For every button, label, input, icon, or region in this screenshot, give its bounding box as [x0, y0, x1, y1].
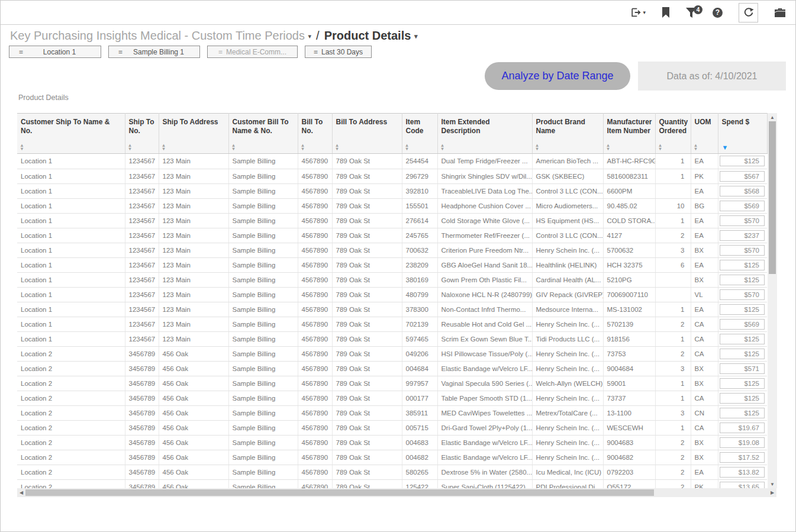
- cell-bill-to-address[interactable]: 789 Oak St: [332, 287, 402, 302]
- cell-spend[interactable]: $237: [718, 228, 767, 243]
- cell-customer-ship-to-name[interactable]: Location 2: [17, 361, 125, 376]
- cell-quantity-ordered[interactable]: 3: [655, 361, 691, 376]
- cell-customer-ship-to-name[interactable]: Location 2: [17, 346, 125, 361]
- cell-manufacturer-item-number[interactable]: MS-131002: [603, 302, 655, 317]
- cell-item-extended-description[interactable]: Non-Contact Infrd Thermo...: [437, 302, 532, 317]
- cell-bill-to-no[interactable]: 4567890: [298, 361, 332, 376]
- cell-product-brand-name[interactable]: Henry Schein Inc. (...: [532, 317, 603, 331]
- cell-uom[interactable]: EA: [691, 465, 718, 479]
- cell-item-extended-description[interactable]: Vaginal Specula 590 Series (...: [437, 376, 532, 391]
- sort-descending-icon[interactable]: ▼: [722, 144, 765, 151]
- cell-manufacturer-item-number[interactable]: 9004684: [603, 361, 655, 376]
- cell-product-brand-name[interactable]: Henry Schein Inc. (...: [532, 391, 603, 405]
- cell-manufacturer-item-number[interactable]: 90.485.02: [603, 198, 655, 213]
- cell-uom[interactable]: CA: [691, 420, 718, 435]
- cell-ship-to-address[interactable]: 456 Oak: [159, 435, 228, 450]
- cell-ship-to-address[interactable]: 456 Oak: [159, 450, 228, 465]
- cell-uom[interactable]: CA: [691, 391, 718, 405]
- cell-product-brand-name[interactable]: Cardinal Health (AL...: [532, 272, 603, 287]
- cell-bill-to-no[interactable]: 4567890: [298, 169, 332, 183]
- cell-quantity-ordered[interactable]: 1: [655, 420, 691, 435]
- cell-customer-ship-to-name[interactable]: Location 2: [17, 479, 125, 489]
- cell-ship-to-no[interactable]: 3456789: [125, 346, 159, 361]
- cell-ship-to-no[interactable]: 1234567: [125, 213, 159, 228]
- cell-bill-to-address[interactable]: 789 Oak St: [332, 243, 402, 257]
- cell-product-brand-name[interactable]: Tidi Products LLC (...: [532, 331, 603, 346]
- cell-item-extended-description[interactable]: Naloxone HCL N-R (2480799): [437, 287, 532, 302]
- table-row[interactable]: Location 11234567123 MainSample Billing4…: [17, 169, 767, 183]
- cell-spend[interactable]: $569: [718, 198, 767, 213]
- cell-customer-ship-to-name[interactable]: Location 1: [17, 228, 125, 243]
- cell-customer-bill-to-name[interactable]: Sample Billing: [228, 346, 298, 361]
- cell-ship-to-no[interactable]: 1234567: [125, 317, 159, 331]
- filter-chip-location[interactable]: = Location 1: [9, 46, 101, 58]
- cell-bill-to-no[interactable]: 4567890: [298, 346, 332, 361]
- cell-spend[interactable]: $125: [718, 154, 767, 169]
- cell-item-extended-description[interactable]: Elastic Bandage w/Velcro LF...: [437, 450, 532, 465]
- table-row[interactable]: Location 11234567123 MainSample Billing4…: [17, 331, 767, 346]
- cell-ship-to-no[interactable]: 3456789: [125, 405, 159, 420]
- table-row[interactable]: Location 23456789456 OakSample Billing45…: [17, 405, 767, 420]
- cell-customer-bill-to-name[interactable]: Sample Billing: [228, 391, 298, 405]
- sort-updown-icon[interactable]: ▴▾: [302, 144, 330, 151]
- cell-uom[interactable]: BX: [691, 243, 718, 257]
- cell-item-code[interactable]: 380169: [402, 272, 437, 287]
- sort-updown-icon[interactable]: ▴▾: [441, 144, 530, 151]
- cell-product-brand-name[interactable]: Welch-Allyn (WELCH): [532, 376, 603, 391]
- column-header-customer-bill-to-name[interactable]: Customer Bill To Name & No.▴▾: [228, 114, 298, 154]
- cell-ship-to-address[interactable]: 123 Main: [159, 257, 228, 272]
- cell-manufacturer-item-number[interactable]: 0792203: [603, 465, 655, 479]
- cell-spend[interactable]: $13.65: [718, 479, 767, 489]
- table-row[interactable]: Location 23456789456 OakSample Billing45…: [17, 479, 767, 489]
- cell-customer-bill-to-name[interactable]: Sample Billing: [228, 420, 298, 435]
- cell-manufacturer-item-number[interactable]: 918156: [603, 331, 655, 346]
- cell-uom[interactable]: EA: [691, 228, 718, 243]
- cell-manufacturer-item-number[interactable]: 9004683: [603, 435, 655, 450]
- table-row[interactable]: Location 11234567123 MainSample Billing4…: [17, 302, 767, 317]
- cell-bill-to-no[interactable]: 4567890: [298, 331, 332, 346]
- cell-customer-ship-to-name[interactable]: Location 1: [17, 154, 125, 169]
- cell-product-brand-name[interactable]: Icu Medical, Inc (ICU): [532, 465, 603, 479]
- cell-bill-to-no[interactable]: 4567890: [298, 198, 332, 213]
- cell-item-code[interactable]: 004682: [402, 450, 437, 465]
- cell-customer-ship-to-name[interactable]: Location 1: [17, 272, 125, 287]
- filter-chip-billing[interactable]: = Sample Billing 1: [108, 46, 200, 58]
- cell-quantity-ordered[interactable]: [655, 183, 691, 198]
- cell-customer-ship-to-name[interactable]: Location 2: [17, 391, 125, 405]
- cell-manufacturer-item-number[interactable]: 4127: [603, 228, 655, 243]
- table-row[interactable]: Location 11234567123 MainSample Billing4…: [17, 287, 767, 302]
- table-row[interactable]: Location 23456789456 OakSample Billing45…: [17, 376, 767, 391]
- cell-product-brand-name[interactable]: Micro Audiometers...: [532, 198, 603, 213]
- cell-spend[interactable]: $125: [718, 302, 767, 317]
- cell-bill-to-no[interactable]: 4567890: [298, 287, 332, 302]
- cell-ship-to-address[interactable]: 456 Oak: [159, 465, 228, 479]
- column-header-product-brand-name[interactable]: Product Brand Name▴▾: [532, 114, 603, 154]
- cell-bill-to-address[interactable]: 789 Oak St: [332, 183, 402, 198]
- cell-manufacturer-item-number[interactable]: COLD STORA...: [603, 213, 655, 228]
- cell-bill-to-address[interactable]: 789 Oak St: [332, 361, 402, 376]
- cell-customer-ship-to-name[interactable]: Location 1: [17, 257, 125, 272]
- cell-customer-ship-to-name[interactable]: Location 2: [17, 405, 125, 420]
- cell-item-extended-description[interactable]: Cold Storage White Glove (...: [437, 213, 532, 228]
- cell-ship-to-address[interactable]: 123 Main: [159, 272, 228, 287]
- cell-item-extended-description[interactable]: Elastic Bandage w/Velcro LF...: [437, 361, 532, 376]
- cell-bill-to-address[interactable]: 789 Oak St: [332, 169, 402, 183]
- sort-updown-icon[interactable]: ▴▾: [607, 144, 653, 151]
- cell-customer-ship-to-name[interactable]: Location 1: [17, 243, 125, 257]
- cell-bill-to-no[interactable]: 4567890: [298, 479, 332, 489]
- cell-quantity-ordered[interactable]: 2: [655, 435, 691, 450]
- column-header-ship-to-no[interactable]: Ship To No.▴▾: [125, 114, 159, 154]
- table-row[interactable]: Location 11234567123 MainSample Billing4…: [17, 183, 767, 198]
- cell-spend[interactable]: $13.82: [718, 465, 767, 479]
- cell-customer-ship-to-name[interactable]: Location 1: [17, 331, 125, 346]
- cell-spend[interactable]: $570: [718, 213, 767, 228]
- column-header-manufacturer-item-number[interactable]: Manufacturer Item Number▴▾: [603, 114, 655, 154]
- cell-ship-to-no[interactable]: 3456789: [125, 420, 159, 435]
- cell-bill-to-no[interactable]: 4567890: [298, 228, 332, 243]
- cell-item-code[interactable]: 378300: [402, 302, 437, 317]
- horizontal-scrollbar-thumb[interactable]: [25, 489, 654, 496]
- cell-uom[interactable]: CN: [691, 405, 718, 420]
- cell-customer-bill-to-name[interactable]: Sample Billing: [228, 213, 298, 228]
- scroll-right-arrow-icon[interactable]: ▶: [768, 488, 776, 497]
- cell-item-extended-description[interactable]: Super Sani-Cloth (1125422): [437, 479, 532, 489]
